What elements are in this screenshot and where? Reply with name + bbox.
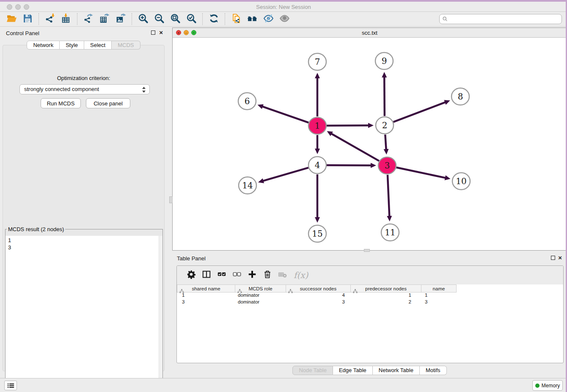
column-header-label: MCDS role <box>248 286 272 291</box>
graph-node-label-3: 3 <box>385 160 390 171</box>
table-body[interactable]: 1dominator4113dominator323 <box>177 293 563 306</box>
table-cell[interactable]: 1 <box>421 293 457 299</box>
task-history-button[interactable] <box>4 381 17 390</box>
import-table-button[interactable] <box>59 13 73 25</box>
table-cell[interactable]: dominator <box>235 293 286 299</box>
export-table-button[interactable] <box>97 13 112 25</box>
zoom-selected-icon <box>186 13 197 25</box>
edge-arrow-4-15 <box>315 217 320 223</box>
table-cell[interactable]: 3 <box>286 299 351 306</box>
open-session-button[interactable] <box>4 13 19 25</box>
refresh-layout-button[interactable] <box>206 13 221 25</box>
tab-network[interactable]: Network <box>27 41 60 50</box>
edge-arrow-4-14 <box>258 178 264 183</box>
select-all-button[interactable] <box>214 268 229 283</box>
edge-4-14[interactable] <box>263 168 308 181</box>
graph-node-label-1: 1 <box>315 121 320 131</box>
vertical-splitter-handle[interactable] <box>169 196 173 203</box>
table-cell[interactable]: 2 <box>351 299 421 306</box>
toolbar-separator <box>202 13 203 25</box>
search-field[interactable] <box>439 14 562 24</box>
column-header-label: successor nodes <box>300 286 336 291</box>
settings-gear-button[interactable] <box>184 268 199 283</box>
show-all-icon <box>279 13 290 25</box>
edge-2-3[interactable] <box>385 135 386 150</box>
table-cell[interactable]: 3 <box>177 299 235 306</box>
edge-4-3[interactable] <box>327 165 372 166</box>
horizontal-splitter-handle[interactable] <box>364 249 370 252</box>
column-header-MCDS-role[interactable]: MCDS role <box>235 284 286 293</box>
column-header-shared-name[interactable]: shared name <box>177 284 235 293</box>
table-cell[interactable]: 3 <box>421 299 457 306</box>
run-mcds-button[interactable]: Run MCDS <box>41 98 81 108</box>
chevron-up-down-icon <box>142 86 146 93</box>
add-column-button[interactable] <box>245 268 260 283</box>
control-panel-title: Control Panel <box>6 30 39 36</box>
save-session-button[interactable] <box>20 13 35 25</box>
clone-network-button[interactable] <box>229 13 243 25</box>
network-view-window: scc.txt 7968124314101511 <box>172 28 567 251</box>
column-header-name[interactable]: name <box>421 284 457 293</box>
column-view-button[interactable] <box>199 268 214 283</box>
tab-node-table[interactable]: Node Table <box>292 366 333 375</box>
memory-label: Memory <box>542 383 560 389</box>
edge-2-9[interactable] <box>384 77 385 116</box>
table-panel: Table Panel × f(x) shared nameMCDS roles… <box>172 252 567 377</box>
export-network-button[interactable] <box>81 13 96 25</box>
table-cell[interactable]: 1 <box>351 293 421 299</box>
close-panel-button[interactable]: Close panel <box>86 98 130 108</box>
table-float-panel-icon[interactable] <box>551 256 555 260</box>
edge-arrow-1-2 <box>368 123 374 128</box>
zoom-in-button[interactable] <box>136 13 150 25</box>
tab-edge-table[interactable]: Edge Table <box>333 366 373 375</box>
graph-node-label-2: 2 <box>382 120 388 130</box>
import-network-button[interactable] <box>43 13 57 25</box>
float-panel-icon[interactable] <box>151 30 155 35</box>
column-header-predecessor-nodes[interactable]: predecessor nodes <box>351 284 421 293</box>
optimization-dropdown[interactable]: strongly connected component <box>19 84 150 94</box>
close-panel-icon[interactable]: × <box>159 29 163 36</box>
table-row[interactable]: 1dominator411 <box>177 293 563 299</box>
hide-selected-button[interactable] <box>261 13 275 25</box>
zoom-selected-button[interactable] <box>184 13 198 25</box>
memory-button[interactable]: Memory <box>532 380 563 391</box>
edge-3-1[interactable] <box>331 133 379 161</box>
tab-motifs[interactable]: Motifs <box>420 366 447 375</box>
edge-1-6[interactable] <box>262 106 308 123</box>
delete-column-button[interactable] <box>260 268 275 283</box>
edge-2-8[interactable] <box>394 102 446 122</box>
tab-select[interactable]: Select <box>84 41 112 50</box>
first-neighbors-icon <box>247 13 258 25</box>
tab-style[interactable]: Style <box>60 41 84 50</box>
function-builder-button: f(x) <box>294 270 308 280</box>
deselect-all-button[interactable] <box>229 268 245 283</box>
first-neighbors-button[interactable] <box>245 13 259 25</box>
edge-1-2[interactable] <box>327 125 369 126</box>
mcds-result-area[interactable]: 1 3 <box>6 236 162 388</box>
show-all-button[interactable] <box>277 13 292 25</box>
graph-node-label-9: 9 <box>382 56 387 66</box>
network-window-titlebar: scc.txt <box>173 28 567 38</box>
zoom-out-button[interactable] <box>152 13 166 25</box>
search-input[interactable] <box>448 15 561 23</box>
column-header-label: shared name <box>192 286 220 291</box>
tab-network-table[interactable]: Network Table <box>373 366 420 375</box>
column-header-successor-nodes[interactable]: successor nodes <box>286 284 351 293</box>
zoom-fit-button[interactable] <box>168 13 182 25</box>
deselect-all-icon <box>232 270 242 281</box>
edge-3-10[interactable] <box>396 168 446 178</box>
export-image-button[interactable] <box>113 13 128 25</box>
table-cell[interactable]: dominator <box>235 299 286 306</box>
table-row[interactable]: 3dominator323 <box>177 299 563 306</box>
network-canvas[interactable]: 7968124314101511 <box>173 38 567 250</box>
column-header-label: name <box>433 286 445 291</box>
optimization-dropdown-value: strongly connected component <box>24 86 99 92</box>
table-close-panel-icon[interactable]: × <box>558 254 562 262</box>
table-cell[interactable]: 4 <box>286 293 351 299</box>
result-scrollbar[interactable] <box>159 236 162 388</box>
tab-mcds[interactable]: MCDS <box>112 41 140 50</box>
table-cell[interactable]: 1 <box>177 293 235 299</box>
edge-arrow-1-6 <box>258 104 264 109</box>
edge-arrow-2-9 <box>382 72 387 77</box>
edge-3-11[interactable] <box>388 175 389 217</box>
